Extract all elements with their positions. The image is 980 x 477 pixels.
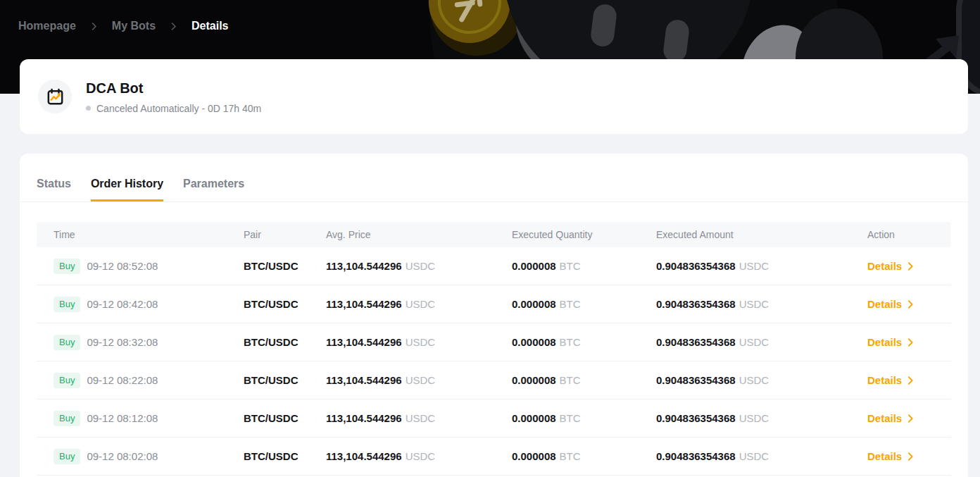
tab-bar: Status Order History Parameters <box>20 154 968 202</box>
details-link[interactable]: Details <box>867 450 951 462</box>
avg-price-value: 113,104.544296 <box>326 260 402 272</box>
executed-quantity-unit: BTC <box>560 336 581 348</box>
avg-price-value: 113,104.544296 <box>326 374 402 386</box>
table-row: Buy 09-12 08:02:08 BTC/USDC 113,104.5442… <box>37 438 951 476</box>
avg-price-value: 113,104.544296 <box>326 450 402 462</box>
chevron-right-icon <box>905 337 915 347</box>
breadcrumb: Homepage My Bots Details <box>18 18 229 34</box>
bot-detail-panel: Status Order History Parameters Time Pai… <box>20 154 968 477</box>
tab-status[interactable]: Status <box>37 178 71 202</box>
avg-price-value: 113,104.544296 <box>326 336 402 348</box>
status-dot-icon <box>86 106 91 111</box>
order-history-table: Time Pair Avg. Price Executed Quantity E… <box>37 222 951 476</box>
details-link[interactable]: Details <box>867 374 951 386</box>
avg-price-unit: USDC <box>406 450 436 462</box>
breadcrumb-chevron-icon <box>89 22 99 31</box>
table-row: Buy 09-12 08:22:08 BTC/USDC 113,104.5442… <box>37 361 951 399</box>
buy-badge: Buy <box>54 373 80 388</box>
tab-parameters[interactable]: Parameters <box>183 178 244 202</box>
details-link-label: Details <box>867 412 902 424</box>
details-link[interactable]: Details <box>867 412 951 424</box>
table-row: Buy 09-12 08:52:08 BTC/USDC 113,104.5442… <box>37 247 951 285</box>
order-time: 09-12 08:42:08 <box>87 298 158 310</box>
executed-amount-value: 0.904836354368 <box>656 412 736 424</box>
order-time: 09-12 08:12:08 <box>87 412 158 424</box>
col-header-executed-quantity: Executed Quantity <box>512 229 656 240</box>
avg-price-value: 113,104.544296 <box>326 412 402 424</box>
order-time: 09-12 08:22:08 <box>87 374 158 386</box>
executed-quantity-value: 0.000008 <box>512 260 556 272</box>
executed-amount-unit: USDC <box>739 298 769 310</box>
breadcrumb-chevron-icon <box>169 22 178 31</box>
executed-quantity-value: 0.000008 <box>512 450 556 462</box>
breadcrumb-my-bots[interactable]: My Bots <box>112 18 156 34</box>
order-table-header: Time Pair Avg. Price Executed Quantity E… <box>37 222 951 247</box>
avg-price-unit: USDC <box>406 412 436 424</box>
col-header-executed-amount: Executed Amount <box>656 229 867 240</box>
executed-quantity-unit: BTC <box>560 450 581 462</box>
executed-amount-value: 0.904836354368 <box>656 260 736 272</box>
avg-price-unit: USDC <box>406 298 436 310</box>
order-time: 09-12 08:02:08 <box>87 450 158 462</box>
table-row: Buy 09-12 08:32:08 BTC/USDC 113,104.5442… <box>37 323 951 361</box>
breadcrumb-homepage[interactable]: Homepage <box>18 18 76 34</box>
executed-amount-value: 0.904836354368 <box>656 298 736 310</box>
chevron-right-icon <box>905 452 915 461</box>
order-pair: BTC/USDC <box>244 298 326 310</box>
executed-amount-value: 0.904836354368 <box>656 336 736 348</box>
executed-amount-unit: USDC <box>739 412 769 424</box>
chevron-right-icon <box>905 299 915 309</box>
avg-price-unit: USDC <box>406 374 436 386</box>
table-row: Buy 09-12 08:12:08 BTC/USDC 113,104.5442… <box>37 399 951 438</box>
details-link[interactable]: Details <box>867 298 951 310</box>
buy-badge: Buy <box>54 259 80 274</box>
executed-quantity-unit: BTC <box>560 412 581 424</box>
order-table-body: Buy 09-12 08:52:08 BTC/USDC 113,104.5442… <box>37 247 951 476</box>
avg-price-unit: USDC <box>406 336 436 348</box>
executed-amount-unit: USDC <box>739 336 769 348</box>
executed-amount-unit: USDC <box>739 450 769 462</box>
page-title: DCA Bot <box>86 80 261 97</box>
bot-header-card: DCA Bot Canceled Automatically - 0D 17h … <box>20 59 968 134</box>
executed-amount-value: 0.904836354368 <box>656 374 736 386</box>
executed-quantity-value: 0.000008 <box>512 298 556 310</box>
bot-status-text: Canceled Automatically - 0D 17h 40m <box>96 103 261 114</box>
details-link-label: Details <box>867 298 902 310</box>
order-time: 09-12 08:32:08 <box>87 336 158 348</box>
executed-amount-unit: USDC <box>739 374 769 386</box>
executed-quantity-unit: BTC <box>560 298 581 310</box>
executed-amount-value: 0.904836354368 <box>656 450 736 462</box>
executed-quantity-value: 0.000008 <box>512 412 556 424</box>
executed-amount-unit: USDC <box>739 260 769 272</box>
executed-quantity-unit: BTC <box>560 374 581 386</box>
dca-bot-avatar <box>38 80 72 113</box>
order-pair: BTC/USDC <box>244 450 326 462</box>
chevron-right-icon <box>905 376 915 385</box>
tab-order-history[interactable]: Order History <box>91 178 163 202</box>
details-link-label: Details <box>867 374 902 386</box>
order-time: 09-12 08:52:08 <box>87 260 158 272</box>
col-header-avg-price: Avg. Price <box>326 229 512 240</box>
buy-badge: Buy <box>54 335 80 350</box>
buy-badge: Buy <box>54 297 80 312</box>
col-header-pair: Pair <box>244 229 326 240</box>
executed-quantity-value: 0.000008 <box>512 374 556 386</box>
col-header-time: Time <box>54 229 244 240</box>
avg-price-value: 113,104.544296 <box>326 298 402 310</box>
breadcrumb-details: Details <box>191 18 228 34</box>
col-header-action: Action <box>867 229 951 240</box>
table-row: Buy 09-12 08:42:08 BTC/USDC 113,104.5442… <box>37 285 951 323</box>
buy-badge: Buy <box>54 411 80 426</box>
order-pair: BTC/USDC <box>244 374 326 386</box>
order-pair: BTC/USDC <box>244 336 326 348</box>
details-link-label: Details <box>867 450 902 462</box>
order-pair: BTC/USDC <box>244 260 326 272</box>
chevron-right-icon <box>905 414 915 423</box>
details-link[interactable]: Details <box>867 260 951 272</box>
buy-badge: Buy <box>54 449 80 464</box>
details-link[interactable]: Details <box>867 336 951 348</box>
details-link-label: Details <box>867 260 902 272</box>
executed-quantity-value: 0.000008 <box>512 336 556 348</box>
order-pair: BTC/USDC <box>244 412 326 424</box>
calendar-trend-icon <box>46 87 65 106</box>
